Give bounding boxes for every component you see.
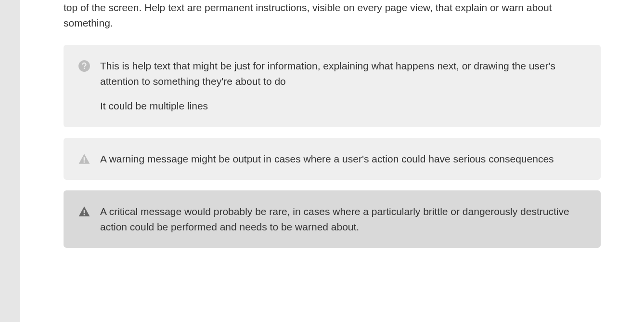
help-info-body: This is help text that might be just for… <box>100 58 586 114</box>
intro-text: top of the screen. Help text are permane… <box>64 0 601 30</box>
help-info-text-2: It could be multiple lines <box>100 98 586 114</box>
svg-rect-2 <box>84 161 85 162</box>
help-block-warning: A warning message might be output in cas… <box>64 138 601 180</box>
critical-triangle-icon <box>78 205 90 218</box>
svg-rect-4 <box>84 214 85 215</box>
svg-rect-3 <box>84 210 85 213</box>
help-block-critical: A critical message would probably be rar… <box>64 190 601 248</box>
svg-rect-1 <box>84 157 85 161</box>
document-page: top of the screen. Help text are permane… <box>20 0 644 322</box>
help-block-info: This is help text that might be just for… <box>64 45 601 127</box>
help-critical-text: A critical message would probably be rar… <box>100 204 586 234</box>
warning-triangle-icon <box>78 153 90 165</box>
intro-paragraph: top of the screen. Help text are permane… <box>64 0 601 30</box>
help-critical-body: A critical message would probably be rar… <box>100 204 586 234</box>
help-info-text-1: This is help text that might be just for… <box>100 58 586 89</box>
help-warning-body: A warning message might be output in cas… <box>100 151 586 167</box>
help-warning-text: A warning message might be output in cas… <box>100 151 586 167</box>
question-circle-icon <box>78 60 90 72</box>
sidebar-gutter <box>0 0 20 322</box>
